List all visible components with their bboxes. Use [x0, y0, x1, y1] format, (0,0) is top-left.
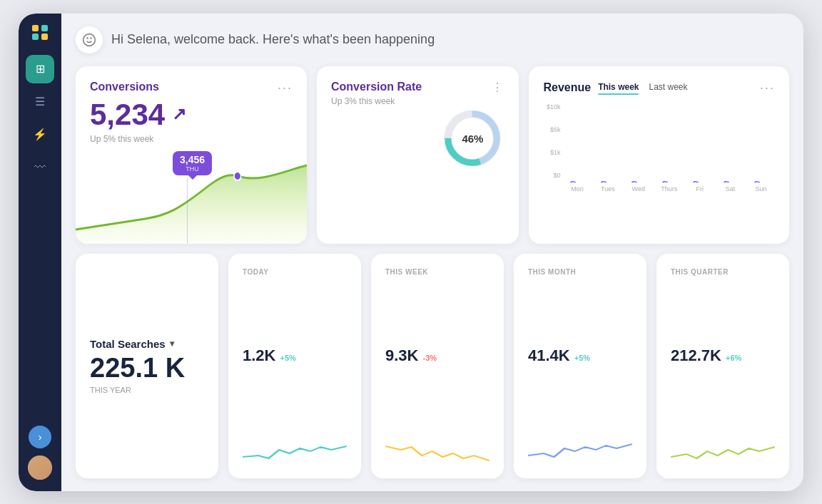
stat-period-quarter: THIS QUARTER	[671, 268, 775, 276]
conversions-subtitle: Up 5% this week	[90, 134, 293, 144]
stat-card-today: TODAY 1.2K +5%	[228, 254, 361, 478]
bar-group-wed	[624, 181, 652, 182]
tab-last-week[interactable]: Last week	[649, 82, 687, 93]
tooltip-line	[187, 178, 188, 244]
chat-icon	[76, 26, 103, 53]
conversions-value-row: 5,234 ↗	[90, 98, 293, 131]
conv-rate-title: Conversion Rate	[331, 81, 422, 93]
donut-label: 46%	[462, 132, 483, 144]
sparkline-today	[243, 436, 347, 464]
stat-card-week: THIS WEEK 9.3K -3%	[371, 254, 504, 478]
donut-chart: 46%	[440, 106, 504, 170]
bar-sun-purple	[754, 181, 760, 182]
bar-group-sat	[716, 181, 744, 182]
stat-card-quarter: THIS QUARTER 212.7K +6%	[656, 254, 789, 478]
logo-dot-4	[41, 34, 48, 40]
revenue-chart-container: $10k $5k $1k $0	[543, 100, 775, 192]
conv-rate-more[interactable]: ⋮	[492, 81, 504, 94]
sidebar-item-activity[interactable]: 〰	[26, 153, 54, 182]
sparkline-week	[385, 436, 489, 464]
header: Hi Selena, welcome back. Here's what's b…	[76, 26, 789, 56]
conversions-card: Conversions ··· 5,234 ↗ Up 5% this week …	[76, 66, 307, 244]
stat-row-week: 9.3K -3%	[385, 346, 489, 365]
avatar-image	[28, 456, 52, 480]
stat-period-today: TODAY	[243, 268, 347, 276]
bar-group-sun	[747, 181, 775, 182]
bar-group-mon	[563, 181, 591, 182]
conversions-more[interactable]: ···	[278, 81, 293, 96]
stat-row-quarter: 212.7K +6%	[671, 346, 775, 365]
total-searches-period: THIS YEAR	[90, 386, 204, 394]
conversions-chart: 3,456 THU	[76, 151, 307, 244]
donut-wrapper: 46%	[331, 106, 504, 170]
bar-groups	[563, 100, 775, 185]
dashboard-icon: ⊞	[36, 62, 45, 76]
revenue-header: Revenue This week Last week ···	[543, 81, 775, 96]
stat-change-today: +5%	[280, 354, 295, 362]
x-label-fri: Fri	[686, 185, 714, 192]
bottom-row: Total Searches ▾ 225.1 K THIS YEAR TODAY…	[76, 254, 789, 478]
sparkline-month	[528, 436, 632, 464]
avatar[interactable]	[28, 456, 52, 480]
x-label-mon: Mon	[563, 185, 591, 192]
tooltip-day: THU	[186, 165, 199, 173]
activity-icon: 〰	[34, 161, 46, 174]
logo-dot-3	[32, 34, 39, 40]
y-label-10k: $10k	[543, 103, 560, 110]
svg-point-3	[234, 172, 241, 180]
y-label-5k: $5k	[543, 126, 560, 133]
tab-this-week[interactable]: This week	[598, 82, 639, 93]
stat-value-today: 1.2K	[243, 346, 275, 365]
bar-thurs-purple	[662, 181, 668, 182]
stat-value-quarter: 212.7K	[671, 346, 721, 365]
sidebar-nav: ⊞ ☰ ⚡ 〰	[26, 55, 54, 420]
sidebar-item-dashboard[interactable]: ⊞	[26, 55, 54, 83]
bar-group-thurs	[655, 181, 683, 182]
x-label-wed: Wed	[624, 185, 652, 192]
revenue-more[interactable]: ···	[760, 81, 775, 96]
bar-chart-body: Mon Tues Wed Thurs Fri Sat Sun	[563, 100, 775, 192]
revenue-tabs: This week Last week	[598, 82, 753, 93]
y-label-1k: $1k	[543, 149, 560, 156]
chart-tooltip: 3,456 THU	[173, 151, 212, 175]
caret-down-icon[interactable]: ▾	[170, 339, 174, 349]
stat-change-week: -3%	[422, 354, 437, 362]
total-searches-title-row: Total Searches ▾	[90, 338, 204, 350]
y-axis-labels: $10k $5k $1k $0	[543, 100, 563, 192]
bar-sat-purple	[724, 181, 729, 182]
svg-point-0	[83, 34, 96, 46]
sidebar-item-lightning[interactable]: ⚡	[26, 120, 54, 149]
conversions-arrow-icon: ↗	[172, 105, 186, 123]
stat-change-quarter: +6%	[726, 354, 741, 362]
bar-mon-purple	[570, 181, 576, 182]
stat-period-month: THIS MONTH	[528, 268, 632, 276]
tooltip-value: 3,456	[180, 154, 205, 165]
bar-fri-purple	[693, 181, 699, 182]
x-axis-labels: Mon Tues Wed Thurs Fri Sat Sun	[563, 185, 775, 192]
sidebar-bottom: ›	[28, 426, 52, 480]
revenue-title: Revenue	[543, 81, 591, 94]
forward-button[interactable]: ›	[29, 426, 51, 448]
top-cards-row: Conversions ··· 5,234 ↗ Up 5% this week …	[76, 66, 789, 244]
stat-period-week: THIS WEEK	[385, 268, 489, 276]
reports-icon: ☰	[35, 95, 45, 108]
stat-row-month: 41.4K +5%	[528, 346, 632, 365]
sidebar-item-reports[interactable]: ☰	[26, 88, 54, 116]
revenue-card: Revenue This week Last week ··· $10k $5k…	[529, 66, 789, 244]
conversion-rate-card: Conversion Rate Up 3% this week ⋮ 46%	[317, 66, 519, 244]
stat-card-month: THIS MONTH 41.4K +5%	[514, 254, 646, 478]
conversions-title: Conversions	[90, 81, 159, 93]
lightning-icon: ⚡	[33, 128, 47, 141]
conversions-number: 5,234	[90, 98, 165, 131]
bar-group-tues	[594, 181, 621, 182]
bar-wed-purple	[631, 181, 637, 182]
stat-row-today: 1.2K +5%	[243, 346, 347, 365]
conv-rate-title-area: Conversion Rate Up 3% this week	[331, 81, 422, 113]
logo-dot-1	[32, 25, 39, 31]
x-label-tues: Tues	[594, 185, 621, 192]
total-searches-value: 225.1 K	[90, 354, 204, 381]
total-searches-card: Total Searches ▾ 225.1 K THIS YEAR	[76, 254, 218, 478]
stat-change-month: +5%	[574, 354, 590, 362]
stat-value-week: 9.3K	[385, 346, 418, 365]
bar-tues-purple	[601, 181, 607, 182]
